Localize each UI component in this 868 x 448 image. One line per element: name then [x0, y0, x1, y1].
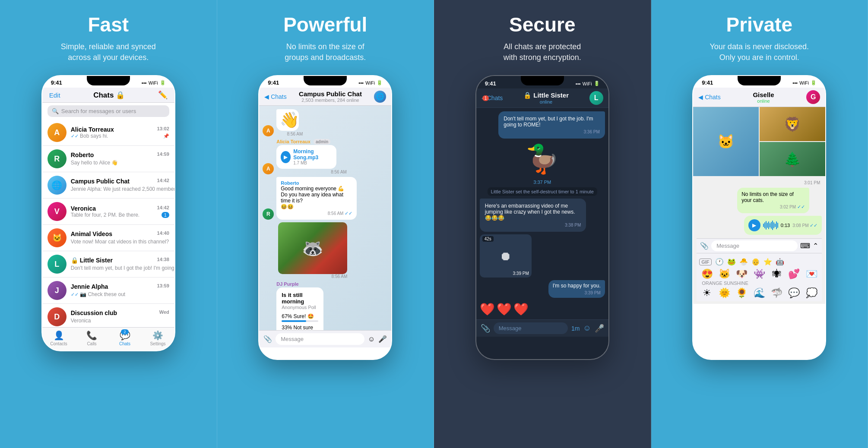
sticker-spider[interactable]: 🕷: [769, 268, 784, 280]
message-input-4[interactable]: Message: [711, 240, 798, 251]
audio-sent-time: 3:08 PM ✓✓: [792, 223, 817, 228]
sticker-heart-eyes[interactable]: 😍: [699, 268, 715, 280]
mic-icon-3[interactable]: 🎤: [595, 324, 604, 333]
chat-content-discussion: Discussion club Wed Veronica: [71, 309, 169, 324]
sticker-wave-2[interactable]: 🌊: [751, 287, 767, 299]
chat-item-campus[interactable]: 🌐 Campus Public Chat 14:42 Jennie Alpha:…: [42, 172, 174, 199]
compose-icon[interactable]: ✏️: [158, 90, 168, 100]
status-bar-2: 9:41 ▪▪▪ WiFi 🔋: [259, 76, 391, 88]
sticker-dots[interactable]: 💭: [804, 287, 819, 299]
video-play-icon[interactable]: ⏺: [500, 249, 512, 263]
battery-icon-3: 🔋: [594, 81, 600, 86]
star-icon[interactable]: ⭐: [763, 258, 772, 266]
chat-item-alicia[interactable]: A Alicia Torreaux 13:02 ✓✓ Bob says hi. …: [42, 120, 174, 146]
attach-icon-2[interactable]: 📎: [263, 335, 272, 343]
attach-icon-3[interactable]: 📎: [481, 324, 490, 333]
audio-sent-container: ▶: [744, 216, 822, 235]
search-bar-1[interactable]: 🔍 Search for messages or users: [48, 105, 169, 117]
edit-button[interactable]: Edit: [49, 91, 60, 99]
roberto-msg-row: R Roberto Good morning everyone 💪Do you …: [263, 177, 388, 220]
status-icons-2: ▪▪▪ WiFi 🔋: [359, 80, 383, 85]
status-icons-4: ▪▪▪ WiFi 🔋: [793, 80, 817, 85]
powerful-phone: 9:41 ▪▪▪ WiFi 🔋 ◀ Chats Campus Public Ch…: [258, 75, 392, 360]
roberto-avatar-small: R: [263, 208, 274, 220]
frog-icon[interactable]: 🐸: [727, 258, 736, 266]
tab-contacts[interactable]: 👤 Contacts: [42, 330, 76, 346]
tab-contacts-label: Contacts: [50, 341, 67, 346]
sticker-shark[interactable]: 🦈: [769, 287, 784, 299]
chick-icon[interactable]: 🐣: [739, 258, 748, 266]
tab-calls[interactable]: 📞 Calls: [75, 330, 108, 346]
chat-preview-roberto: Say hello to Alice 👋: [71, 160, 118, 166]
sticker-sun-1[interactable]: ☀: [699, 287, 715, 299]
search-icon-1: 🔍: [52, 108, 59, 114]
chat-preview-jennie: ✓✓ 📷 Check these out: [71, 291, 125, 297]
sticker-time: 3:37 PM: [533, 180, 551, 185]
fast-panel: Fast Simple, reliable and syncedacross a…: [0, 0, 217, 448]
recent-icon[interactable]: 🕐: [715, 258, 724, 266]
sticker-cat-love[interactable]: 🐱: [717, 268, 732, 280]
sticker-icon-3[interactable]: ☺: [583, 324, 591, 333]
tab-chats[interactable]: 💬 Chats 2: [108, 330, 142, 346]
giselle-online: online: [724, 98, 803, 104]
sticker-alien[interactable]: 👾: [751, 268, 767, 280]
keyboard-icon-4[interactable]: ⌨: [800, 242, 810, 250]
chat-item-veronica[interactable]: V Veronica 14:42 Table for four, 2 PM. B…: [42, 199, 174, 225]
sent-rome-text: Don't tell mom yet, but I got the job. I…: [504, 116, 600, 128]
chat-item-discussion[interactable]: D Discussion club Wed Veronica: [42, 304, 174, 330]
video-thumbnail[interactable]: 42s ⏺ 3:39 PM: [480, 234, 532, 278]
robot-icon[interactable]: 🤖: [776, 258, 784, 266]
back-button-4[interactable]: ◀ Chats: [698, 94, 720, 101]
chat-item-roberto[interactable]: R Roberto 14:59 Say hello to Alice 👋: [42, 146, 174, 172]
nav-bar-1: Edit Chats 🔒 ✏️: [42, 88, 174, 103]
back-button-3[interactable]: ◀ 1 Chats: [482, 95, 503, 101]
message-input-2[interactable]: Message: [276, 333, 364, 345]
poll-option-2[interactable]: 33% Not sure: [282, 325, 318, 330]
sticker-hearts[interactable]: 💕: [786, 268, 802, 280]
play-button[interactable]: ▶: [281, 151, 291, 163]
settings-icon: ⚙️: [152, 330, 163, 341]
avatar-animal: 🐱: [48, 228, 67, 247]
wave-msg: A 👋 8:56 AM: [263, 109, 388, 136]
chat-item-sister[interactable]: L 🔒 Little Sister 14:38 Don't tell mom y…: [42, 251, 174, 278]
chat-name-jennie: Jennie Alpha 13:59: [71, 283, 169, 290]
wifi-icon-3: WiFi: [583, 81, 592, 86]
poll-option-2-text: 33% Not sure: [282, 325, 318, 330]
sticker-sunshine-3[interactable]: 🌻: [734, 287, 750, 299]
sticker-toolbar: GIF 🕐 🐸 🐣 👴 ⭐ 🤖: [699, 256, 819, 268]
sticker-icon-2[interactable]: ☺: [368, 335, 375, 343]
avatar-alicia: A: [48, 123, 67, 142]
gif-btn[interactable]: GIF: [699, 259, 711, 265]
sticker-doge[interactable]: 🐶: [734, 268, 750, 280]
fast-phone-wrapper: 9:41 ▪▪▪ WiFi 🔋 Edit Chats 🔒 ✏️ 🔍 Search…: [41, 75, 175, 351]
chat-header-info-2: Campus Public Chat 2,503 members, 284 on…: [290, 90, 371, 103]
chat-content-alicia: Alicia Torreaux 13:02 ✓✓ Bob says hi. 📌: [71, 126, 169, 139]
message-input-3[interactable]: Message: [494, 322, 568, 334]
chat-item-jennie[interactable]: J Jennie Alpha 13:59 ✓✓ 📷 Check these ou…: [42, 278, 174, 304]
avatar-campus: 🌐: [48, 176, 67, 195]
back-button-2[interactable]: ◀ Chats: [264, 93, 286, 100]
old-icon[interactable]: 👴: [751, 258, 760, 266]
redpanda-time: 8:56 AM: [278, 274, 347, 279]
audio-bubble[interactable]: ▶ Morning Song.mp3 1.7 MB: [276, 145, 336, 169]
audio-duration: 0:13: [781, 223, 790, 228]
chat-item-animal[interactable]: 🐱 Animal Videos 14:40 Vote now! Moar cat…: [42, 225, 174, 251]
timer-icon-3[interactable]: 1m: [571, 325, 580, 332]
private-msgs-inner: 3:01 PM No limits on the size of your ca…: [693, 178, 825, 304]
tab-settings[interactable]: ⚙️ Settings: [141, 330, 174, 346]
happy-bubble: I'm so happy for you. 3:39 PM: [548, 280, 605, 298]
chat-name-veronica: Veronica 14:42: [71, 205, 169, 212]
status-icons-1: ▪▪▪ WiFi 🔋: [142, 80, 166, 85]
chevron-icon-4[interactable]: ⌃: [813, 242, 818, 250]
sticker-love-letter[interactable]: 💌: [804, 268, 819, 280]
play-btn-sent[interactable]: ▶: [748, 219, 760, 231]
mic-icon-2[interactable]: 🎤: [378, 335, 387, 343]
heart-1: ❤️: [480, 302, 495, 316]
poll-option-1[interactable]: 67% Sure! 🤩: [282, 313, 318, 322]
poll-bubble: Is it still morning Anonymous Poll 67% S…: [276, 287, 323, 330]
attach-icon-4[interactable]: 📎: [700, 242, 709, 250]
avatar-veronica: V: [48, 202, 67, 221]
sticker-sun-2[interactable]: 🌞: [717, 287, 732, 299]
sticker-chat[interactable]: 💬: [786, 287, 802, 299]
badge-veronica: 1: [162, 212, 169, 218]
